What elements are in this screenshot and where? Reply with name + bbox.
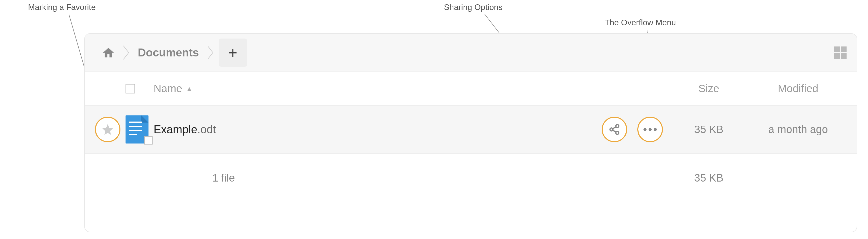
- svg-point-3: [610, 128, 613, 131]
- file-select-checkbox[interactable]: [144, 136, 153, 145]
- file-icon-wrap: [126, 115, 154, 144]
- breadcrumb-current-label: Documents: [138, 46, 199, 59]
- summary-total-size: 35 KB: [694, 172, 723, 184]
- summary-row: 1 file 35 KB: [85, 154, 857, 202]
- sort-ascending-icon: ▲: [186, 85, 192, 92]
- header-size-label: Size: [698, 83, 719, 94]
- summary-count: 1 file: [212, 172, 235, 184]
- svg-point-5: [616, 131, 619, 135]
- add-button[interactable]: +: [219, 38, 247, 67]
- svg-point-4: [616, 125, 619, 128]
- star-icon: [101, 123, 114, 136]
- file-modified: a month ago: [768, 123, 828, 135]
- breadcrumb-home[interactable]: [95, 34, 122, 71]
- svg-line-7: [613, 130, 616, 132]
- share-button[interactable]: [601, 117, 627, 142]
- more-icon: [644, 128, 657, 131]
- annotation-overflow: The Overflow Menu: [605, 18, 676, 27]
- file-row[interactable]: Example.odt 35 KB a month ago: [85, 105, 857, 154]
- column-header-modified[interactable]: Modified: [750, 83, 846, 95]
- overflow-menu-button[interactable]: [637, 117, 663, 142]
- breadcrumb-separator: [123, 46, 129, 60]
- header-name-label: Name: [154, 83, 182, 95]
- file-manager-panel: Documents + Name ▲ Size Modified: [84, 33, 857, 232]
- column-header-row: Name ▲ Size Modified: [85, 72, 857, 105]
- file-basename: Example: [154, 123, 197, 136]
- annotation-sharing: Sharing Options: [444, 3, 502, 12]
- home-icon: [102, 46, 115, 59]
- file-size: 35 KB: [694, 123, 723, 135]
- breadcrumb-current[interactable]: Documents: [131, 34, 206, 71]
- breadcrumb-separator: [208, 46, 213, 60]
- svg-line-6: [613, 127, 616, 129]
- column-header-name[interactable]: Name ▲: [154, 83, 601, 95]
- header-modified-label: Modified: [778, 83, 818, 94]
- favorite-button[interactable]: [95, 117, 120, 142]
- select-all-checkbox[interactable]: [126, 84, 135, 93]
- annotation-favorite: Marking a Favorite: [28, 3, 96, 12]
- file-extension: .odt: [197, 123, 216, 136]
- plus-icon: +: [228, 44, 237, 62]
- column-header-size[interactable]: Size: [668, 83, 750, 95]
- view-toggle-grid[interactable]: [834, 47, 846, 59]
- share-icon: [609, 124, 620, 135]
- breadcrumb-bar: Documents +: [85, 34, 857, 72]
